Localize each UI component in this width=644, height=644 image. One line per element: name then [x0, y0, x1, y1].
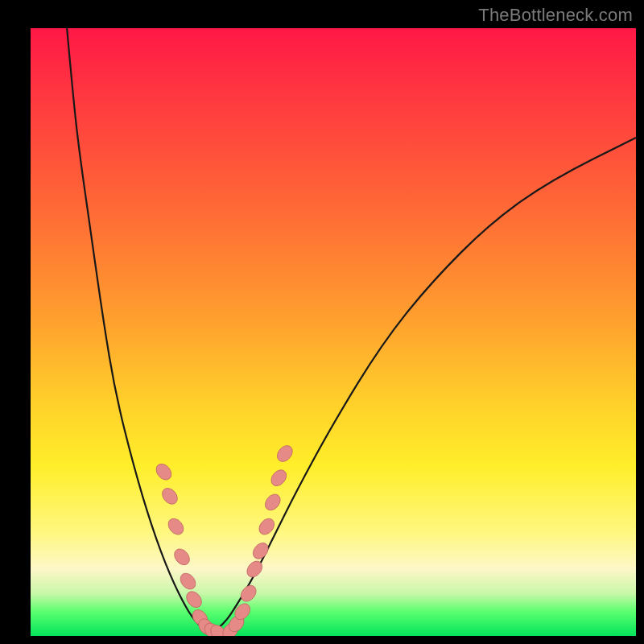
bead-right-5	[250, 540, 271, 562]
bead-right-7	[262, 491, 283, 513]
bead-right-9	[275, 443, 295, 464]
curve-right-branch	[213, 138, 636, 633]
chart-stage: TheBottleneck.com	[0, 0, 644, 644]
plot-svg	[31, 28, 636, 636]
bead-right-3	[238, 583, 259, 605]
bead-left-0	[153, 461, 174, 483]
bead-left-2	[165, 516, 186, 538]
curve-left-branch	[67, 28, 212, 633]
curve-layer	[67, 28, 636, 633]
bead-left-1	[159, 485, 180, 507]
plot-area	[31, 28, 636, 636]
bead-left-4	[177, 570, 198, 592]
bead-layer	[153, 443, 295, 636]
bead-left-3	[171, 546, 192, 568]
bead-right-8	[268, 467, 289, 489]
watermark-text: TheBottleneck.com	[478, 5, 633, 26]
